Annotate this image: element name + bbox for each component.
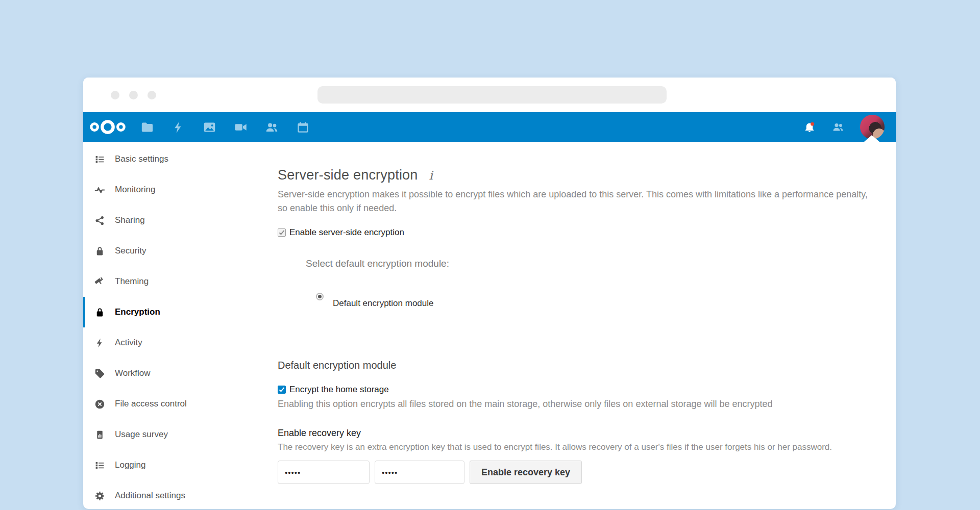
sidebar-item-label: Basic settings [115,154,168,164]
blocked-circle-icon [94,399,105,410]
sidebar-item-label: File access control [115,399,187,409]
window-control-dot[interactable] [111,91,119,99]
sidebar-item-monitoring[interactable]: Monitoring [83,174,257,205]
lock-icon [94,246,105,257]
radio-dot [318,295,322,298]
recovery-key-hint: The recovery key is an extra encryption … [278,441,884,454]
list-icon [94,460,105,471]
address-bar[interactable] [317,86,667,104]
sidebar-item-label: Activity [115,338,142,348]
repeat-recovery-password-input[interactable] [375,461,464,484]
settings-menu-caret [864,135,879,142]
sidebar-item-security[interactable]: Security [83,236,257,266]
contacts-menu-icon[interactable] [831,120,845,134]
lock-icon [94,307,105,318]
sidebar-item-label: Additional settings [115,491,185,501]
gear-icon [94,491,105,501]
encrypt-home-row: Encrypt the home storage [278,385,884,395]
photos-app-icon[interactable] [194,112,225,142]
encrypt-home-hint: Enabling this option encrypts all files … [278,398,884,410]
page-title-text: Server-side encryption [278,167,418,183]
sidebar-item-label: Logging [115,460,146,470]
sidebar-item-label: Encryption [115,307,160,317]
sidebar-item-sharing[interactable]: Sharing [83,205,257,236]
lightning-icon [94,338,105,348]
paint-roller-icon [94,276,105,287]
browser-titlebar [83,78,896,112]
sidebar-item-label: Security [115,246,146,256]
sidebar-item-label: Workflow [115,368,151,378]
admin-settings-sidebar: Basic settings Monitoring Sharing [83,142,257,509]
calendar-app-icon[interactable] [287,112,318,142]
talk-video-app-icon[interactable] [225,112,256,142]
default-module-radio[interactable] [316,293,324,300]
enable-encryption-label: Enable server-side encryption [289,227,404,238]
default-module-row: Default encryption module [316,292,884,309]
survey-chart-icon [94,429,105,440]
sidebar-item-additional-settings[interactable]: Additional settings [83,480,257,509]
list-icon [94,154,105,165]
recovery-key-label: Enable recovery key [278,426,884,440]
window-control-dot[interactable] [129,91,138,99]
encrypt-home-checkbox[interactable] [278,386,286,394]
encryption-description: Server-side encryption makes it possible… [278,188,870,215]
sidebar-item-label: Usage survey [115,429,168,440]
enable-encryption-row: Enable server-side encryption [278,227,884,238]
sidebar-item-activity[interactable]: Activity [83,327,257,358]
sidebar-item-label: Theming [115,276,149,287]
nextcloud-logo-icon[interactable] [89,118,127,136]
page-title: Server-side encryption i [278,167,884,183]
window-control-dot[interactable] [148,91,156,99]
files-app-icon[interactable] [132,112,163,142]
activity-app-icon[interactable] [163,112,194,142]
module-section-title: Default encryption module [278,360,884,371]
recovery-key-form: Enable recovery key [278,461,884,484]
encryption-settings-panel: Server-side encryption i Server-side enc… [257,142,896,509]
default-module-label: Default encryption module [333,292,434,309]
check-icon [279,387,285,393]
notifications-bell-icon[interactable] [803,120,816,134]
contacts-app-icon[interactable] [256,112,287,142]
enable-recovery-key-button[interactable]: Enable recovery key [470,461,582,484]
recovery-password-input[interactable] [278,461,370,484]
sidebar-item-workflow[interactable]: Workflow [83,358,257,389]
share-icon [94,215,105,226]
sidebar-item-logging[interactable]: Logging [83,450,257,480]
tag-icon [94,368,105,379]
sidebar-item-usage-survey[interactable]: Usage survey [83,419,257,450]
window-controls [111,78,156,112]
enable-encryption-checkbox[interactable] [278,228,286,237]
check-icon [279,230,285,236]
nextcloud-header [83,112,896,142]
monitoring-pulse-icon [94,185,105,195]
sidebar-item-basic-settings[interactable]: Basic settings [83,144,257,174]
sidebar-item-file-access-control[interactable]: File access control [83,389,257,419]
sidebar-item-label: Sharing [115,215,145,225]
select-module-label: Select default encryption module: [306,258,884,269]
encrypt-home-label: Encrypt the home storage [289,385,389,395]
sidebar-item-encryption[interactable]: Encryption [83,297,257,327]
browser-window: Basic settings Monitoring Sharing [83,78,896,509]
sidebar-item-label: Monitoring [115,185,155,195]
sidebar-item-theming[interactable]: Theming [83,266,257,297]
info-icon[interactable]: i [429,169,433,182]
